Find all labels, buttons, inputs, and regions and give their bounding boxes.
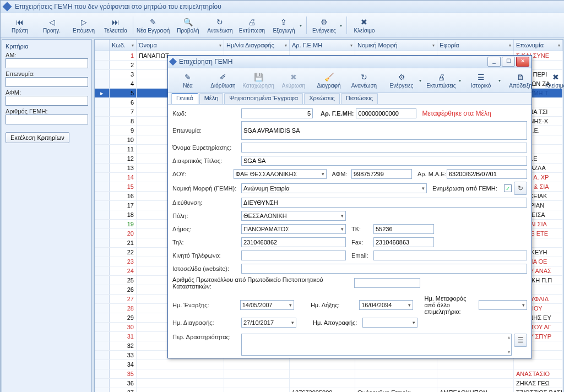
perdr-extra-icon[interactable]: ☰ bbox=[514, 334, 527, 347]
armae-input[interactable] bbox=[447, 169, 527, 179]
dlg-refresh[interactable]: ↻Ανανέωση bbox=[346, 69, 382, 91]
dlg-prints-dropdown[interactable]: ▾ bbox=[459, 78, 461, 83]
eponymia-input[interactable] bbox=[6, 77, 88, 87]
nomiki-select[interactable]: Ανώνυμη Εταιρία bbox=[241, 183, 427, 193]
email-lab: Email: bbox=[351, 252, 373, 259]
dlg-history[interactable]: ☰Ιστορικό bbox=[463, 69, 498, 91]
am-input[interactable] bbox=[6, 58, 88, 68]
doy-lab: ΔΟΥ: bbox=[172, 171, 234, 177]
first-button[interactable]: ⏮Πρώτη bbox=[4, 14, 36, 36]
dlg-close[interactable]: ✖Κλείσιμο bbox=[538, 69, 564, 91]
enim-checkbox[interactable]: ✓ bbox=[504, 184, 512, 192]
afm-input2[interactable] bbox=[351, 169, 412, 179]
argemi-input2[interactable] bbox=[356, 108, 416, 118]
perdr-textarea[interactable]: ▴▾ bbox=[241, 334, 512, 356]
table-row[interactable]: 36ΖΗΚΑΣ ΓΕΩ bbox=[95, 379, 563, 388]
tab-4[interactable]: Πιστώσεις bbox=[341, 93, 378, 104]
filter-icon[interactable]: ▾ bbox=[219, 43, 221, 48]
til-input[interactable] bbox=[241, 237, 346, 247]
til-lab: Τηλ: bbox=[172, 239, 241, 246]
dlg-receipt[interactable]: 🗎Απόδειξη bbox=[503, 69, 538, 91]
table-row[interactable]: 34 bbox=[95, 360, 563, 369]
web-lab: Ιστοσελίδα (website): bbox=[172, 265, 241, 272]
export-button[interactable]: ⇪Εξαγωγή bbox=[268, 14, 300, 36]
filter-icon[interactable]: ▾ bbox=[558, 43, 560, 48]
filter-icon[interactable]: ▾ bbox=[285, 43, 287, 48]
argemi-input[interactable] bbox=[6, 115, 88, 124]
prev-button[interactable]: ◁Προηγ. bbox=[36, 14, 68, 36]
hdiagr-lab: Ημ. Διαγραφής: bbox=[172, 319, 241, 326]
refresh-gemh-icon[interactable]: ↻ bbox=[514, 182, 527, 195]
tab-3[interactable]: Χρεώσεις bbox=[304, 93, 340, 104]
table-row[interactable]: 35ΑΝΑΣΤΑΣΙΟ bbox=[95, 369, 563, 379]
hmeta-date[interactable] bbox=[479, 300, 527, 310]
tab-1[interactable]: Μέλη bbox=[199, 93, 224, 104]
dlg-prints[interactable]: 🖨Εκτυπώσεις bbox=[424, 69, 459, 91]
doy-select[interactable]: ΦΑΕ ΘΕΣΣΑΛΟΝΙΚΗΣ bbox=[234, 169, 327, 179]
col-header-1[interactable]: Κωδ.▾ bbox=[110, 40, 137, 51]
col-header-7[interactable]: Επωνυμία▾ bbox=[514, 40, 563, 51]
hdiagr-date[interactable]: 27/10/2017 bbox=[241, 318, 296, 328]
dlg-edit[interactable]: ✐Διόρθωση bbox=[205, 69, 241, 91]
filter-icon[interactable]: ▾ bbox=[432, 43, 435, 48]
last-button[interactable]: ⏭Τελευταία bbox=[100, 14, 132, 36]
col-header-3[interactable]: Ημ/νία Διαγραφής▾ bbox=[224, 40, 290, 51]
dlg-prints-icon: 🖨 bbox=[437, 73, 446, 81]
kod-label: Κωδ: bbox=[172, 110, 241, 117]
new-record-button[interactable]: ✎Νέα Εγγραφή bbox=[134, 14, 172, 36]
addr-input[interactable] bbox=[241, 198, 527, 208]
dimos-select[interactable]: ΠΑΝΟΡΑΜΑΤΟΣ bbox=[241, 224, 346, 234]
poli-lab: Πόλη: bbox=[172, 213, 241, 219]
tk-input[interactable] bbox=[373, 224, 434, 234]
dlg-delete[interactable]: 🧹Διαγραφή bbox=[311, 69, 346, 91]
fax-input[interactable] bbox=[373, 237, 434, 247]
actions-button-dropdown[interactable]: ▾ bbox=[340, 23, 345, 28]
arprot-input[interactable] bbox=[354, 278, 420, 288]
dialog-min-button[interactable]: _ bbox=[487, 57, 501, 67]
export-button-dropdown[interactable]: ▾ bbox=[300, 23, 305, 28]
hapogr-lab: Ημ. Απογραφής: bbox=[313, 319, 362, 326]
col-header-5[interactable]: Νομική Μορφή▾ bbox=[355, 40, 437, 51]
filter-icon[interactable]: ▾ bbox=[509, 43, 511, 48]
refresh-button[interactable]: ↻Ανανέωση bbox=[204, 14, 236, 36]
main-window: Επιχειρήσεις ΓΕΜΗ που δεν γράφονται στο … bbox=[0, 0, 564, 392]
kod-input[interactable] bbox=[241, 108, 313, 118]
col-header-4[interactable]: Αρ. Γ.Ε.ΜΗ▾ bbox=[290, 40, 355, 51]
col-header-6[interactable]: Εφορία▾ bbox=[437, 40, 514, 51]
col-header-0[interactable] bbox=[95, 40, 110, 51]
dlg-actions-dropdown[interactable]: ▾ bbox=[419, 78, 421, 83]
eponymia-input2[interactable] bbox=[241, 121, 527, 140]
table-row[interactable]: 37137673905000Ομόρρυθμη ΕταιρίαΑΜΠΕΛΟΚΗΠ… bbox=[95, 388, 563, 392]
dialog-close-button[interactable]: ✕ bbox=[516, 57, 529, 67]
close-button[interactable]: ✖Κλείσιμο bbox=[348, 14, 380, 36]
diakr-input[interactable] bbox=[241, 156, 527, 166]
print-button[interactable]: 🖨Εκτύπωση bbox=[236, 14, 268, 36]
hlix-date[interactable]: 16/04/2094 bbox=[359, 300, 413, 310]
dlg-history-dropdown[interactable]: ▾ bbox=[498, 78, 501, 83]
criteria-heading: Κριτήρια bbox=[6, 43, 88, 50]
view-button[interactable]: 🔍Προβολή bbox=[172, 14, 204, 36]
dialog-title-bar: Επιχείρηση ΓΕΜΗ _ ☐ ✕ bbox=[168, 56, 532, 68]
email-input[interactable] bbox=[373, 251, 527, 260]
filter-icon[interactable]: ▾ bbox=[132, 43, 134, 48]
dlg-new[interactable]: ✎Νέα bbox=[170, 69, 205, 91]
dialog-max-button[interactable]: ☐ bbox=[502, 57, 515, 67]
poli-select[interactable]: ΘΕΣΣΑΛΟΝΙΚΗ bbox=[241, 211, 346, 221]
kin-input[interactable] bbox=[241, 251, 346, 260]
web-input[interactable] bbox=[241, 264, 527, 274]
next-button[interactable]: ▷Επόμενη bbox=[68, 14, 100, 36]
eponymia-label: Επωνυμία: bbox=[6, 70, 88, 77]
tab-0[interactable]: Γενικά bbox=[171, 93, 198, 104]
afm-input[interactable] bbox=[6, 96, 88, 106]
hapogr-date[interactable] bbox=[362, 318, 417, 328]
dlg-actions[interactable]: ⚙Ενέργειες bbox=[384, 69, 419, 91]
onomae-input[interactable] bbox=[241, 143, 527, 153]
col-header-2[interactable]: Όνομα▾ bbox=[137, 40, 224, 51]
tab-2[interactable]: Ψηφιοποιημένα Έγγραφα bbox=[224, 93, 303, 104]
filter-icon[interactable]: ▾ bbox=[350, 43, 352, 48]
armae-lab: Αρ. Μ.Α.Ε: bbox=[417, 171, 447, 177]
henarx-date[interactable]: 14/05/2007 bbox=[240, 300, 294, 310]
actions-button[interactable]: ⚙Ενέργειες bbox=[308, 14, 340, 36]
addr-lab: Διεύθυνση: bbox=[172, 199, 241, 206]
run-criteria-button[interactable]: Εκτέλεση Κριτηρίων bbox=[6, 132, 69, 143]
